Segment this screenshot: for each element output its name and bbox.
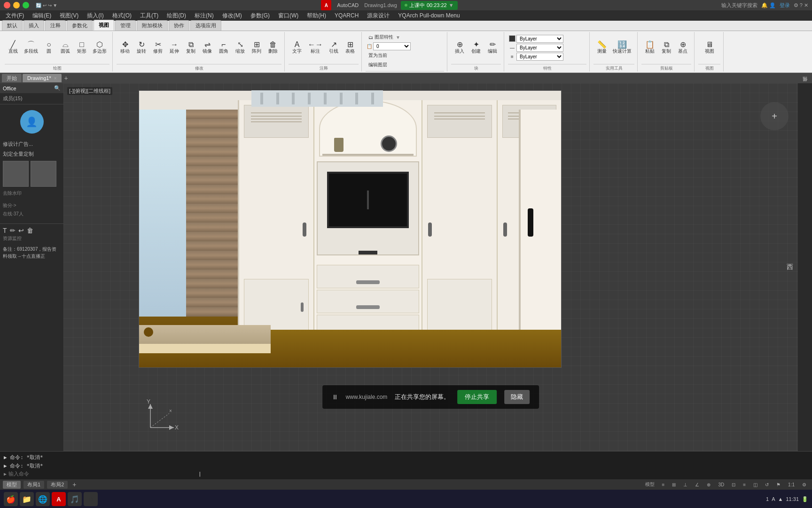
search-icon[interactable]: 🔍 [54, 85, 61, 91]
btn-basepoint[interactable]: ⊕基点 [675, 40, 690, 55]
tool-undo-icon[interactable]: ↩ [18, 227, 24, 234]
tab-default[interactable]: 默认 [2, 20, 23, 31]
btn-polyline[interactable]: ⌒多段线 [22, 40, 40, 55]
tab-close-icon[interactable]: × [54, 76, 57, 81]
btn-array[interactable]: ⊞阵列 [249, 40, 264, 55]
tab-collab[interactable]: 协作 [169, 20, 189, 31]
statusbtn-trans[interactable]: ◫ [750, 482, 760, 488]
maximize-btn[interactable] [23, 2, 29, 8]
taskbar-input-method[interactable]: A [772, 496, 775, 502]
statusbtn-polar[interactable]: ∠ [692, 482, 702, 488]
btn-fillet[interactable]: ⌐圆角 [216, 40, 231, 55]
menu-draw[interactable]: 绘图(D) [163, 11, 190, 21]
login-label[interactable]: 登录 [780, 2, 790, 9]
btn-arc[interactable]: ⌓圆弧 [58, 40, 73, 55]
statusbtn-ortho[interactable]: ⊥ [680, 482, 690, 488]
menu-insert[interactable]: 插入(I) [83, 11, 107, 21]
btn-copy-clip[interactable]: ⧉复制 [659, 40, 674, 55]
minimize-btn[interactable] [13, 2, 20, 8]
tab-parametric[interactable]: 参数化 [67, 20, 93, 31]
taskbar-media-icon[interactable]: 🎵 [68, 492, 82, 506]
menu-file[interactable]: 文件(F) [2, 11, 28, 21]
lineweight-select[interactable]: ByLayer [516, 53, 563, 61]
menu-window[interactable]: 窗口(W) [274, 11, 302, 21]
search-hint[interactable]: 输入关键字搜索 [721, 2, 757, 9]
statusbtn-settings[interactable]: ⚙ [799, 482, 809, 488]
btn-move[interactable]: ✥移动 [117, 40, 133, 55]
statusbtn-dynin[interactable]: ⊡ [729, 482, 738, 488]
menu-tools[interactable]: 工具(T) [136, 11, 162, 21]
taskbar-finder-icon[interactable]: 🍎 [4, 492, 18, 506]
btn-leader[interactable]: ↗引线 [326, 40, 341, 55]
sidebar-customize[interactable]: 划定全量定制 [0, 149, 63, 159]
tab-start[interactable]: 开始 [2, 74, 22, 82]
cmd-input[interactable] [8, 471, 196, 477]
statusbtn-anno[interactable]: ⚑ [773, 482, 783, 488]
taskbar-lang[interactable]: 1 [766, 496, 769, 502]
btn-text[interactable]: A文字 [289, 40, 304, 55]
menu-help[interactable]: 帮助(H) [303, 11, 330, 21]
tab-addons[interactable]: 附加模块 [137, 20, 168, 31]
tab-drawing1[interactable]: Drawing1* × [23, 74, 62, 82]
statusbtn-3dosnap[interactable]: 3D [715, 482, 727, 488]
statusbtn-model[interactable]: 模型 [642, 481, 657, 488]
statusbtn-lw[interactable]: ≡ [740, 482, 749, 488]
taskbar-files-icon[interactable]: 📁 [20, 492, 34, 506]
verify-label[interactable]: 验分·> [3, 201, 61, 210]
taskbar-autocad-icon[interactable]: A [52, 492, 66, 506]
menu-yuanquan[interactable]: 源泉设计 [363, 11, 393, 21]
color-select[interactable]: ByLayer [516, 35, 563, 43]
tab-view[interactable]: 视图 [94, 20, 114, 31]
btn-extend[interactable]: →延伸 [167, 40, 182, 55]
btn-view-mgr[interactable]: 🖥视图 [702, 40, 717, 55]
btn-line[interactable]: ╱直线 [6, 40, 21, 55]
btn-scale[interactable]: ⤡缩放 [233, 40, 248, 55]
btn-calc[interactable]: 🔢快速计算 [611, 40, 633, 55]
tab-annotate[interactable]: 注释 [45, 20, 66, 31]
status-tab-layout2[interactable]: 布局2 [47, 481, 68, 489]
btn-circle[interactable]: ○圆 [41, 40, 56, 55]
btn-paste[interactable]: 📋粘贴 [642, 40, 657, 55]
tool-text-icon[interactable]: T [3, 227, 7, 234]
statusbtn-sel[interactable]: ↺ [762, 482, 772, 488]
layout-add-btn[interactable]: + [70, 481, 78, 488]
tab-add-button[interactable]: + [62, 74, 70, 82]
status-tab-layout1[interactable]: 布局1 [23, 481, 44, 489]
btn-edit-layer[interactable]: 编辑图层 [367, 61, 389, 69]
btn-rotate[interactable]: ↻旋转 [134, 40, 149, 55]
tab-options[interactable]: 选项应用 [190, 20, 221, 31]
btn-create-block[interactable]: ✦创建 [468, 40, 484, 55]
btn-measure[interactable]: 📏测量 [594, 40, 609, 55]
sidebar-watermark[interactable]: 去除水印 [0, 189, 63, 198]
taskbar-browser-icon[interactable]: 🌐 [36, 492, 50, 506]
btn-delete[interactable]: 🗑删除 [265, 40, 281, 55]
menu-dim[interactable]: 标注(N) [191, 11, 218, 21]
menu-view[interactable]: 视图(V) [56, 11, 82, 21]
nav-disc[interactable]: + [760, 102, 789, 130]
menu-format[interactable]: 格式(O) [109, 11, 135, 21]
btn-match-layer[interactable]: 置为当前 [367, 51, 389, 60]
statusbtn-osnap[interactable]: ⊕ [704, 482, 713, 488]
linetype-select[interactable]: ByLayer [516, 44, 563, 52]
btn-rect[interactable]: □矩形 [74, 40, 89, 55]
btn-trim[interactable]: ✂修剪 [150, 40, 165, 55]
btn-edit-block[interactable]: ✏编辑 [485, 40, 500, 55]
status-tab-model[interactable]: 模型 [3, 481, 21, 489]
btn-dim[interactable]: ←→标注 [306, 40, 325, 55]
btn-polygon[interactable]: ⬡多边形 [91, 40, 109, 55]
tab-insert[interactable]: 插入 [23, 20, 44, 31]
menu-modify[interactable]: 修改(M) [219, 11, 246, 21]
menu-yqarch-pulldown[interactable]: YQArch Pull-down Menu [394, 11, 463, 20]
tool-delete-icon[interactable]: 🗑 [27, 227, 33, 234]
sidebar-design[interactable]: 修设计广告... [0, 139, 63, 149]
btn-mirror[interactable]: ⇌镜像 [200, 40, 215, 55]
tab-manage[interactable]: 管理 [115, 20, 136, 31]
statusbtn-snap[interactable]: ⊞ [669, 482, 679, 488]
btn-layer-props[interactable]: 🗂 图层特性 ▼ [367, 33, 402, 41]
close-btn[interactable] [4, 2, 10, 8]
statusbtn-grid[interactable]: ≡ [659, 482, 668, 488]
canvas-area[interactable]: [-][俯视][二维线框] [63, 83, 798, 451]
taskbar-edge-icon[interactable]: e [84, 492, 98, 506]
stop-share-button[interactable]: 停止共享 [457, 390, 497, 404]
layer-select[interactable]: 0 [373, 42, 411, 50]
